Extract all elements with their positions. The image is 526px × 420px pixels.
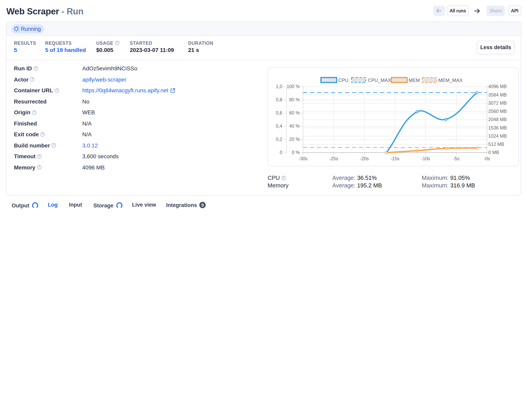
svg-text:-25s: -25s <box>329 156 338 161</box>
svg-text:-15s: -15s <box>390 156 399 161</box>
svg-text:20 %: 20 % <box>289 136 299 142</box>
svg-text:0 %: 0 % <box>292 150 300 155</box>
svg-text:1,0: 1,0 <box>276 84 282 89</box>
svg-text:0,6: 0,6 <box>276 110 282 115</box>
svg-text:2048 MB: 2048 MB <box>488 117 507 122</box>
svg-text:60 %: 60 % <box>289 110 299 115</box>
svg-text:3584 MB: 3584 MB <box>488 92 507 97</box>
svg-text:0,4: 0,4 <box>276 123 282 128</box>
svg-text:80 %: 80 % <box>289 97 299 102</box>
svg-text:MEM: MEM <box>409 77 420 83</box>
svg-text:1536 MB: 1536 MB <box>488 125 507 130</box>
svg-text:512 MB: 512 MB <box>488 142 504 147</box>
svg-text:3072 MB: 3072 MB <box>488 100 507 105</box>
svg-text:1024 MB: 1024 MB <box>488 133 507 138</box>
svg-text:-10s: -10s <box>421 156 430 161</box>
svg-text:0,2: 0,2 <box>276 136 282 142</box>
svg-text:CPU_MAX: CPU_MAX <box>368 77 391 83</box>
svg-text:MEM_MAX: MEM_MAX <box>438 77 462 83</box>
svg-text:40 %: 40 % <box>289 123 299 128</box>
svg-text:0 MB: 0 MB <box>488 150 499 155</box>
svg-text:-5s: -5s <box>453 156 459 161</box>
svg-text:-20s: -20s <box>360 156 369 161</box>
svg-text:-30s: -30s <box>298 156 307 161</box>
svg-text:4096 MB: 4096 MB <box>488 84 507 89</box>
svg-text:2560 MB: 2560 MB <box>488 109 507 114</box>
svg-text:0,8: 0,8 <box>276 97 282 102</box>
svg-text:100 %: 100 % <box>286 84 299 89</box>
svg-text:CPU: CPU <box>338 77 348 83</box>
svg-text:-0s: -0s <box>484 156 490 161</box>
svg-text:0: 0 <box>280 150 282 155</box>
